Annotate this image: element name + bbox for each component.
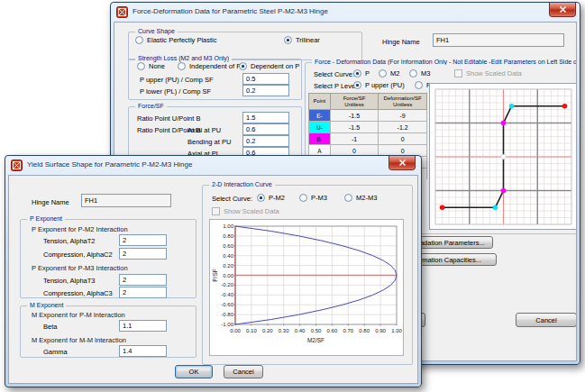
radio-none[interactable]: None (137, 62, 165, 70)
radio-label: Independent of P (189, 62, 241, 70)
button-label: Cancel (233, 368, 253, 376)
label-p-lower-comp-sf: P lower (PL) / Comp SF (140, 87, 211, 96)
button-label: Cancel (535, 316, 556, 324)
radio-circle (178, 62, 186, 70)
input-tension-alphat2[interactable] (119, 234, 167, 246)
svg-text:P/SF: P/SF (212, 269, 218, 281)
svg-text:-0.20: -0.20 (221, 282, 233, 287)
label-gamma: Gamma (43, 348, 68, 356)
ok-button[interactable]: OK (175, 365, 213, 378)
svg-text:-0.80: -0.80 (221, 312, 233, 317)
svg-text:0.00: 0.00 (223, 273, 233, 278)
input-compression-alphac2[interactable] (119, 248, 167, 260)
radio-m2-m3[interactable]: M2-M3 (344, 194, 377, 202)
input-beta[interactable] (119, 320, 167, 332)
input-p-upper-comp-sf[interactable] (242, 73, 289, 85)
radio-curve-p[interactable]: P (353, 69, 370, 77)
label-select-curve: Select Curve: (212, 195, 252, 203)
close-icon[interactable] (549, 3, 576, 17)
app-icon (11, 160, 23, 171)
radio-trilinear[interactable]: Trilinear (284, 36, 320, 44)
radio-label: M2-M3 (356, 194, 377, 202)
radio-dependent-on-p[interactable]: Dependent on P (239, 62, 299, 70)
svg-text:1.00: 1.00 (223, 223, 233, 229)
point-cell: E- (309, 110, 331, 122)
radio-independent-of-p[interactable]: Independent of P (178, 62, 241, 70)
group-title: Strength Loss (M2 and M3 Only) (135, 55, 232, 61)
point-cell: U- (309, 122, 331, 133)
window-title: Yield Surface Shape for Parametric P-M2-… (27, 160, 192, 169)
label-hinge-name: Hinge Name (382, 38, 420, 46)
label-compression-alphac2: Compression, AlphaC2 (43, 251, 113, 259)
checkbox-show-scaled-data[interactable]: Show Scaled Data (454, 69, 522, 77)
label-tension-alphat3: Tension, AlphaT3 (43, 277, 96, 285)
checkbox-show-scaled-data[interactable]: Show Scaled Data (212, 207, 279, 215)
radio-circle (379, 69, 387, 77)
radio-label: M2 (390, 69, 399, 77)
radio-circle (284, 36, 292, 44)
section-m-pm-interaction: M Exponent for P-M Interaction (32, 311, 125, 319)
label-tension-alphat2: Tension, AlphaT2 (43, 237, 96, 245)
force-cell: -1.5 (330, 110, 378, 122)
svg-text:0.70: 0.70 (343, 328, 353, 333)
radio-circle (344, 194, 352, 202)
radio-p-m3[interactable]: P-M3 (299, 194, 327, 202)
label-compression-alphac3: Compression, AlphaC3 (43, 289, 113, 297)
svg-text:-1.00: -1.00 (221, 322, 233, 327)
cancel-button-back[interactable]: Cancel (516, 313, 577, 327)
radio-curve-m3[interactable]: M3 (409, 69, 430, 77)
table-row: E--1.5-9 (309, 110, 427, 122)
input-ratio-u-b[interactable] (242, 112, 289, 123)
checkbox-box (212, 207, 220, 215)
group-title: 2-D Interaction Curve (209, 181, 275, 187)
svg-text:0.50: 0.50 (311, 328, 322, 333)
label-axial-at-pu: Axial at PU (187, 126, 221, 134)
radio-label: P upper (PU) (365, 81, 405, 89)
input-hinge-name[interactable] (81, 194, 171, 207)
radio-elastic-perfectly-plastic[interactable]: Elastic Perfectly Plastic (135, 36, 217, 44)
titlebar-back[interactable]: Force-Deformation Data for Parametric St… (111, 3, 580, 22)
svg-text:0.60: 0.60 (223, 243, 233, 249)
radio-label: None (149, 62, 165, 70)
window-yield-surface-shape: Yield Surface Shape for Parametric P-M2-… (5, 155, 422, 387)
input-tension-alphat3[interactable] (119, 274, 167, 286)
section-p-m3-interaction: P Exponent for P-M3 Interaction (32, 264, 128, 272)
radio-label: M3 (421, 69, 430, 77)
radio-p-upper[interactable]: P upper (PU) (353, 81, 405, 89)
interaction-curve-plot: 1.000.800.600.400.200.00-0.20-0.40-0.60-… (210, 220, 405, 359)
input-hinge-name[interactable] (433, 33, 564, 47)
table-header: Point (309, 94, 331, 110)
svg-text:0.80: 0.80 (359, 328, 370, 333)
close-icon[interactable] (388, 156, 416, 170)
input-axial-at-pu[interactable] (242, 123, 289, 135)
input-bending-at-pu[interactable] (242, 135, 289, 147)
radio-p-m2[interactable]: P-M2 (257, 194, 285, 202)
radio-label: P-M2 (269, 194, 285, 202)
radio-curve-m2[interactable]: M2 (379, 69, 399, 77)
section-p-m2-interaction: P Exponent for P-M2 Interaction (32, 225, 128, 233)
group-title: Curve Shape (135, 28, 178, 34)
label-ratio-u-b: Ratio Point U/Point B (137, 114, 200, 123)
checkbox-label: Show Scaled Data (466, 69, 522, 77)
cancel-button[interactable]: Cancel (224, 365, 263, 378)
radio-circle (353, 81, 361, 89)
input-gamma[interactable] (119, 345, 167, 357)
svg-text:1.00: 1.00 (391, 328, 402, 333)
svg-text:0.40: 0.40 (223, 253, 233, 259)
radio-label: Trilinear (296, 36, 320, 44)
label-select-p-level: Select P Level: (314, 82, 359, 90)
deformation-cell: 0 (379, 133, 427, 145)
force-cell: -1 (330, 133, 378, 145)
group-title: Force - Deformation Data (For Informatio… (312, 59, 577, 65)
input-compression-alphac3[interactable] (119, 287, 167, 298)
radio-circle (239, 62, 247, 70)
force-deformation-plot (434, 87, 573, 228)
titlebar-front[interactable]: Yield Surface Shape for Parametric P-M2-… (5, 156, 421, 175)
svg-text:0.60: 0.60 (327, 328, 338, 333)
input-p-lower-comp-sf[interactable] (242, 85, 289, 96)
checkbox-box (454, 69, 462, 77)
svg-text:0.20: 0.20 (262, 328, 273, 333)
label-beta: Beta (43, 323, 57, 331)
table-header: Deformation/SFUnitless (379, 94, 427, 110)
svg-text:0.00: 0.00 (230, 328, 241, 333)
